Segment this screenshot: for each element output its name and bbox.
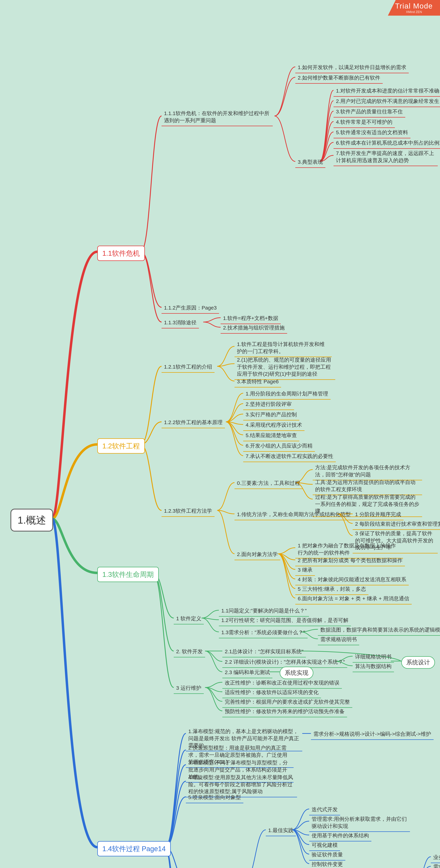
pill-system-design[interactable]: 系统设计 [401,656,435,669]
leaf[interactable]: 6.软件成本在计算机系统总成本中所占的比例逐年上升 [333,138,440,149]
node-1-3-1[interactable]: 1 软件定义 [174,614,204,624]
leaf[interactable]: 4 封装：对象彼此间仅能通过发送消息互相联系 [295,575,409,585]
leaf[interactable]: 2 把所有对象划分成类 每个类包括数据和操作 [295,556,405,566]
node-1-4[interactable]: 1.4软件过程 Page14 [97,841,171,856]
leaf[interactable]: 6.面向对象方法 = 对象 + 类 + 继承 + 用消息通信 [295,594,412,604]
leaf[interactable]: 1 分阶段并顺序完成 [353,509,404,520]
leaf[interactable]: 需求规格说明书 [318,634,359,645]
pill-system-impl[interactable]: 系统实现 [280,666,313,679]
watermark-title: Trial Mode [395,2,433,10]
leaf[interactable]: 3 继承 [295,565,315,576]
leaf[interactable]: 预防性维护：修改软件为将来的维护活动预先作准备 [222,707,347,717]
leaf[interactable]: 1.传统方法学，又称生命周期方法学或结构化范型 [235,509,353,520]
node-1-2-1[interactable]: 1.2.1软件工程的介绍 [162,362,214,373]
leaf[interactable]: 4.软件常常是不可维护的 [333,117,395,128]
leaf[interactable]: 完善性维护：根据用户的要求改进或扩充软件使其完整 [222,697,352,708]
root-node[interactable]: 1.概述 [10,509,53,532]
leaf[interactable]: 1.对软件开发成本和进度的估计常常很不准确 [333,86,440,97]
node-1-3-3[interactable]: 3 运行维护 [174,683,204,694]
leaf[interactable]: 5.软件通常没有适当的文档资料 [333,128,410,138]
leaf[interactable]: 1.软件=程序+文档+数据 [221,313,281,324]
leaf[interactable]: 0.三要素:方法，工具和过程 [235,478,302,489]
leaf[interactable]: 详细规格说明书 [353,652,394,663]
watermark-sub: XMind ZEN [406,10,422,14]
leaf[interactable]: 算法与数据结构 [353,661,394,672]
leaf[interactable]: 1.用分阶段的生命周期计划严格管理 [243,389,330,400]
node-1-2-2[interactable]: 1.2.2软件工程的基本原理 [162,417,225,428]
leaf[interactable]: 5 三大特性:继承，封装，多态 [295,584,369,595]
leaf[interactable]: 2.2 详细设计(模块设计)："怎样具体实现这个系统？" [222,657,347,668]
node-1-3[interactable]: 1.3软件生命周期 [97,567,159,582]
leaf[interactable]: 7.承认不断改进软件工程实践的必要性 [243,452,336,462]
leaf[interactable]: 验证软件质量 [309,850,345,861]
leaf[interactable]: 迭代式开发 [309,805,340,815]
leaf[interactable]: 2.技术措施与组织管理措施 [221,323,287,334]
node-1-4-5[interactable]: 5.喷泉模型:面向对象型 [186,793,243,803]
node-1-1-1[interactable]: 1.1.1软件危机：在软件的开发和维护过程中所遇到的一系列严重问题 [162,108,273,126]
leaf[interactable]: 1.2可行性研究：研究问题范围、是否值得解，是否可解 [219,615,351,626]
leaf[interactable]: 2.3 编码和单元测试 [222,668,272,678]
node-1-1[interactable]: 1.1软件危机 [97,246,145,261]
leaf[interactable]: 需求分析->规格说明->设计->编码->综合测试->维护 [311,729,434,740]
leaf[interactable]: 2.坚持进行阶段评审 [243,399,294,410]
leaf[interactable]: 3.实行严格的产品控制 [243,410,299,421]
leaf[interactable]: 业务建模 [431,852,440,863]
leaf[interactable]: 4.采用现代程序设计技术 [243,420,304,431]
leaf[interactable]: 控制软件变更 [309,859,345,868]
leaf[interactable]: 可视化建模 [309,840,340,851]
leaf[interactable]: 3.典型表现 [295,157,325,168]
leaf[interactable]: 数据流图，数据字典和简要算法表示的系统的逻辑模型 [318,625,440,636]
node-1-2-3[interactable]: 1.2.3软件工程方法学 [162,506,214,517]
leaf[interactable]: 2.面向对象方法学 [235,550,280,560]
leaf[interactable]: 7.软件开发生产率提高的速度，远远跟不上计算机应用迅速普及深入的趋势 [333,148,438,166]
leaf[interactable]: 3.本质特性 Page6 [235,377,281,388]
leaf[interactable]: 2.(1)把系统的、规范的可度量的途径应用于软件开发、运行和维护过程，即把工程应… [235,355,335,380]
leaf[interactable]: 6.开发小组的人员应该少而精 [243,441,315,452]
leaf[interactable]: 改正性维护：诊断和改正在使用过程中发现的错误 [222,678,342,689]
node-1-2[interactable]: 1.2软件工程 [97,438,145,454]
leaf[interactable]: 适应性维护：修改软件以适应环境的变化 [222,687,321,698]
leaf[interactable]: 2.1总体设计："怎样实现目标系统" [222,647,306,657]
leaf[interactable]: 1.软件工程是指导计算机软件开发和维护的一门工程学科。 [235,339,332,357]
trial-watermark: Trial Mode XMind ZEN [388,0,440,16]
node-1-1-2[interactable]: 1.1.2产生原因：Page3 [162,303,219,314]
node-1-3-2[interactable]: 2. 软件开发 [174,647,205,657]
leaf[interactable]: 1.1问题定义:"要解决的问题是什么？" [219,606,309,617]
leaf[interactable]: 管理需求:用例分析来获取需求，并由它们驱动设计和实现 [309,814,410,832]
node-1-1-3[interactable]: 1.1.3消除途径 [162,318,199,329]
leaf[interactable]: 2.用户对已完成的软件不满意的现象经常发生 [333,96,440,107]
leaf[interactable]: 1.3需求分析："系统必须要做什么？" [219,627,307,638]
leaf[interactable]: 3.软件产品的质量往往靠不住 [333,107,405,118]
leaf[interactable]: 5.结果应能清楚地审查 [243,431,299,441]
leaf[interactable]: 2 每阶段结束前进行技术审查和管理复查(文档资料) [353,519,440,530]
node-rup-best[interactable]: 1.最佳实践 [266,826,296,836]
leaf[interactable]: 1.如何开发软件，以满足对软件日益增长的需求 [295,62,409,73]
leaf[interactable]: 2.如何维护数量不断膨胀的已有软件 [295,73,383,84]
leaf[interactable]: 使用基于构件的体系结构 [309,831,371,841]
leaf[interactable]: 需求 [431,862,440,868]
